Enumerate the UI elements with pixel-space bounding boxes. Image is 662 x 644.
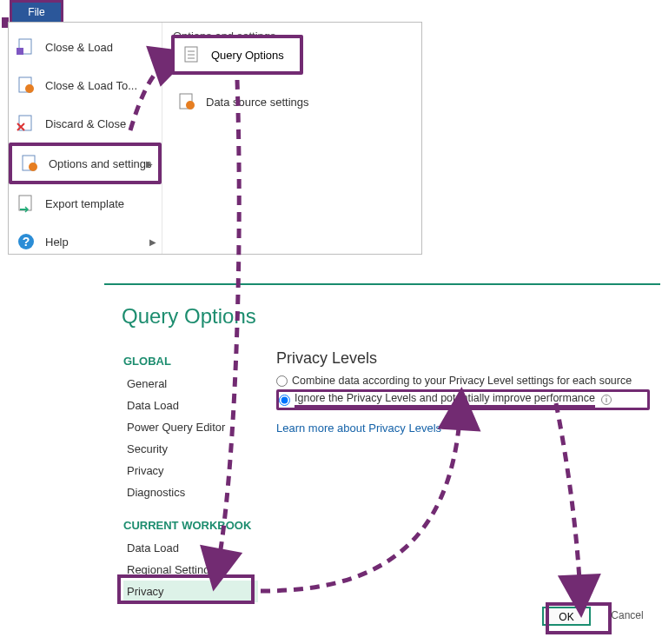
file-menu-list: Close & Load Close & Load To... Discard … — [9, 23, 162, 254]
data-source-icon — [175, 92, 199, 111]
chevron-right-icon: ▶ — [149, 237, 156, 247]
query-options-item[interactable]: Query Options — [171, 35, 303, 75]
help-item[interactable]: ? Help ▶ — [9, 222, 162, 261]
data-source-settings-item[interactable]: Data source settings — [169, 83, 414, 121]
svg-rect-1 — [17, 48, 23, 55]
options-settings-icon — [17, 154, 42, 173]
menu-label: Close & Load — [45, 41, 113, 54]
file-tab[interactable]: File — [10, 0, 63, 24]
menu-label: Export template — [45, 197, 124, 210]
export-template-item[interactable]: Export template — [9, 184, 162, 222]
highlight-ok — [546, 602, 612, 634]
svg-rect-7 — [19, 196, 31, 210]
svg-text:?: ? — [23, 235, 30, 249]
query-options-icon — [180, 45, 204, 64]
svg-point-3 — [25, 84, 34, 93]
close-load-to-icon — [14, 76, 38, 95]
radio-input[interactable] — [279, 395, 290, 406]
sidebar-item-data-load[interactable]: Data Load — [123, 395, 258, 416]
dialog-title: Query Options — [122, 304, 256, 329]
radio-label: Ignore the Privacy Levels and potentiall… — [295, 392, 595, 408]
sidebar-item-security[interactable]: Security — [123, 438, 258, 460]
workbook-header: CURRENT WORKBOOK — [123, 519, 258, 532]
help-icon: ? — [14, 232, 38, 251]
sidebar-item-wb-data-load[interactable]: Data Load — [123, 537, 258, 559]
dialog-sidebar: GLOBAL General Data Load Power Query Edi… — [123, 348, 258, 602]
submenu-label: Query Options — [211, 49, 284, 62]
dialog-main: Privacy Levels Combine data according to… — [276, 349, 650, 435]
info-icon[interactable]: i — [601, 395, 612, 405]
export-template-icon — [14, 194, 38, 213]
close-load-item[interactable]: Close & Load — [9, 28, 162, 66]
radio-label: Combine data according to your Privacy L… — [292, 375, 632, 387]
menu-label: Help — [45, 236, 69, 249]
discard-close-icon — [14, 114, 38, 133]
svg-point-6 — [29, 163, 37, 171]
close-load-to-item[interactable]: Close & Load To... — [9, 66, 162, 104]
submenu-label: Data source settings — [206, 96, 309, 109]
sidebar-item-diagnostics[interactable]: Diagnostics — [123, 481, 258, 503]
sidebar-item-privacy[interactable]: Privacy — [123, 460, 258, 481]
discard-close-item[interactable]: Discard & Close — [9, 104, 162, 143]
sidebar-item-general[interactable]: General — [123, 373, 258, 395]
menu-label: Discard & Close — [45, 117, 126, 130]
menu-label: Close & Load To... — [45, 79, 137, 92]
highlight-privacy — [117, 574, 255, 604]
radio-input[interactable] — [276, 375, 288, 387]
learn-more-link[interactable]: Learn more about Privacy Levels — [276, 422, 441, 435]
svg-point-11 — [186, 101, 195, 110]
close-load-icon — [14, 37, 38, 56]
privacy-radio-combine[interactable]: Combine data according to your Privacy L… — [276, 375, 650, 387]
global-header: GLOBAL — [123, 355, 258, 368]
sidebar-item-power-query-editor[interactable]: Power Query Editor — [123, 416, 258, 438]
options-settings-item[interactable]: Options and settings ▶ — [9, 143, 162, 184]
privacy-levels-header: Privacy Levels — [276, 349, 650, 368]
menu-label: Options and settings — [49, 157, 152, 170]
chevron-right-icon: ▶ — [146, 159, 153, 169]
privacy-radio-ignore[interactable]: Ignore the Privacy Levels and potentiall… — [276, 389, 650, 410]
